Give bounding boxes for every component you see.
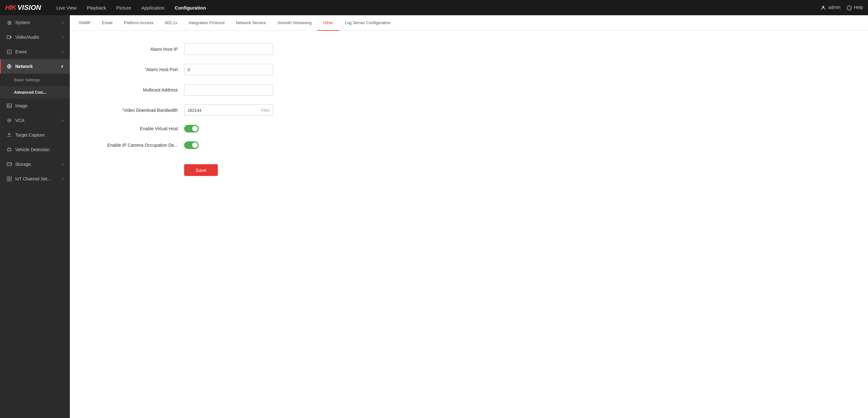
ip-camera-thumb bbox=[192, 142, 198, 148]
svg-point-18 bbox=[10, 165, 11, 165]
sidebar-item-vca[interactable]: VCA › bbox=[0, 113, 70, 128]
virtual-host-toggle-switch[interactable] bbox=[184, 125, 199, 132]
sidebar-label-network: Network bbox=[15, 64, 33, 69]
videoaudio-icon bbox=[6, 34, 12, 40]
username: admin bbox=[828, 5, 840, 10]
sidebar-sub-basic-settings[interactable]: Basic Settings bbox=[0, 74, 70, 86]
event-icon bbox=[6, 49, 12, 55]
svg-rect-21 bbox=[7, 179, 9, 181]
tab-snmp[interactable]: SNMP bbox=[73, 15, 96, 31]
chevron-network: ∨ bbox=[61, 64, 63, 69]
sidebar-label-target-capture: Target Capture bbox=[15, 132, 45, 138]
enable-virtual-host-row: Enable Virtual Host bbox=[89, 125, 849, 132]
nav-live-view[interactable]: Live View bbox=[56, 4, 76, 12]
alarm-host-port-row: *Alarm Host Port bbox=[89, 64, 849, 75]
ip-camera-toggle-switch[interactable] bbox=[184, 141, 199, 149]
alarm-host-ip-row: Alarm Host IP bbox=[89, 43, 849, 55]
svg-point-14 bbox=[10, 151, 11, 151]
sidebar-item-network[interactable]: Network ∨ bbox=[0, 59, 70, 74]
sidebar-sub-advanced-con[interactable]: Advanced Con... bbox=[0, 86, 70, 98]
sidebar-sub-label-basic: Basic Settings bbox=[14, 78, 40, 82]
system-icon: ⊞ bbox=[6, 20, 12, 25]
top-nav-right: admin i Help bbox=[821, 5, 863, 10]
top-nav: HIKVISION Live View Playback Picture App… bbox=[0, 0, 868, 15]
sidebar-label-image: Image bbox=[15, 103, 28, 108]
save-row: Save bbox=[89, 158, 849, 176]
multicast-address-input[interactable] bbox=[184, 84, 273, 96]
alarm-host-port-input[interactable] bbox=[184, 64, 273, 75]
tab-bar: SNMP Email Platform Access 802.1x Integr… bbox=[70, 15, 868, 31]
video-download-bandwidth-wrapper: Kbps bbox=[184, 104, 273, 116]
chevron-vca: › bbox=[62, 118, 63, 123]
enable-virtual-host-label: Enable Virtual Host bbox=[89, 126, 178, 131]
enable-ip-camera-toggle[interactable] bbox=[184, 141, 199, 149]
save-button[interactable]: Save bbox=[184, 164, 218, 176]
network-icon bbox=[6, 63, 12, 69]
logo: HIKVISION bbox=[5, 3, 41, 12]
nav-playback[interactable]: Playback bbox=[87, 4, 106, 12]
chevron-system: › bbox=[62, 20, 63, 25]
nav-picture[interactable]: Picture bbox=[116, 4, 131, 12]
chevron-storage: › bbox=[62, 162, 63, 167]
alarm-host-ip-label: Alarm Host IP bbox=[89, 47, 178, 52]
svg-point-17 bbox=[10, 163, 11, 163]
alarm-host-ip-input[interactable] bbox=[184, 43, 273, 55]
svg-rect-20 bbox=[9, 177, 11, 179]
sidebar-label-vca: VCA bbox=[15, 118, 25, 123]
svg-rect-19 bbox=[7, 177, 9, 179]
main-layout: ⊞ System › Video/Audio › Event › Network bbox=[0, 15, 868, 418]
storage-icon bbox=[6, 161, 12, 167]
enable-ip-camera-label: Enable IP Camera Occupation De... bbox=[89, 143, 178, 148]
svg-point-11 bbox=[8, 133, 10, 135]
sidebar-item-target-capture[interactable]: Target Capture bbox=[0, 128, 70, 142]
sidebar-item-storage[interactable]: Storage › bbox=[0, 157, 70, 172]
enable-ip-camera-row: Enable IP Camera Occupation De... bbox=[89, 141, 849, 149]
user-info[interactable]: admin bbox=[821, 5, 840, 10]
bandwidth-unit: Kbps bbox=[261, 108, 270, 113]
logo-vision: VISION bbox=[18, 3, 41, 12]
sidebar-item-event[interactable]: Event › bbox=[0, 44, 70, 59]
virtual-host-thumb bbox=[192, 126, 198, 131]
video-download-bandwidth-input[interactable] bbox=[184, 104, 273, 116]
vehicle-icon bbox=[6, 147, 12, 152]
chevron-event: › bbox=[62, 50, 63, 54]
svg-rect-12 bbox=[7, 149, 11, 151]
video-download-bandwidth-label: *Video Download Bandwidth bbox=[89, 108, 178, 113]
multicast-address-row: Multicast Address bbox=[89, 84, 849, 96]
sidebar-label-storage: Storage bbox=[15, 162, 31, 167]
sidebar-label-vehicle: Vehicle Detection bbox=[15, 147, 50, 152]
tab-platform-access[interactable]: Platform Access bbox=[118, 15, 159, 31]
tab-integration-protocol[interactable]: Integration Protocol bbox=[183, 15, 230, 31]
svg-rect-3 bbox=[7, 36, 10, 39]
chevron-iot: › bbox=[62, 177, 63, 181]
svg-rect-15 bbox=[7, 162, 11, 166]
sidebar-item-system[interactable]: ⊞ System › bbox=[0, 15, 70, 30]
enable-virtual-host-toggle[interactable] bbox=[184, 125, 199, 132]
sidebar-item-videoaudio[interactable]: Video/Audio › bbox=[0, 30, 70, 44]
sidebar-label-videoaudio: Video/Audio bbox=[15, 35, 39, 40]
sidebar-label-event: Event bbox=[15, 49, 27, 54]
main-content: SNMP Email Platform Access 802.1x Integr… bbox=[70, 15, 868, 418]
sidebar-item-image[interactable]: Image bbox=[0, 98, 70, 113]
svg-point-13 bbox=[8, 151, 9, 151]
nav-configuration[interactable]: Configuration bbox=[175, 4, 206, 12]
image-icon bbox=[6, 103, 12, 109]
tab-smooth-streaming[interactable]: Smooth Streaming bbox=[272, 15, 317, 31]
sidebar-label-iot: IoT Channel Set... bbox=[15, 176, 51, 181]
sidebar-item-iot[interactable]: IoT Channel Set... › bbox=[0, 172, 70, 186]
tab-email[interactable]: Email bbox=[96, 15, 118, 31]
form-content: Alarm Host IP *Alarm Host Port Multicast… bbox=[70, 31, 868, 418]
nav-application[interactable]: Application bbox=[141, 4, 164, 12]
svg-point-5 bbox=[9, 52, 9, 53]
iot-icon bbox=[6, 176, 12, 182]
sidebar-sub-label-advanced: Advanced Con... bbox=[14, 90, 46, 95]
tab-network-service[interactable]: Network Service bbox=[230, 15, 272, 31]
target-capture-icon bbox=[6, 132, 12, 138]
help-link[interactable]: i Help bbox=[847, 5, 863, 10]
sidebar-item-vehicle-detection[interactable]: Vehicle Detection bbox=[0, 142, 70, 157]
svg-rect-7 bbox=[7, 104, 11, 108]
tab-log-server[interactable]: Log Server Configuration bbox=[339, 15, 397, 31]
tab-other[interactable]: Other bbox=[317, 15, 339, 31]
tab-8021x[interactable]: 802.1x bbox=[159, 15, 183, 31]
multicast-address-label: Multicast Address bbox=[89, 87, 178, 92]
